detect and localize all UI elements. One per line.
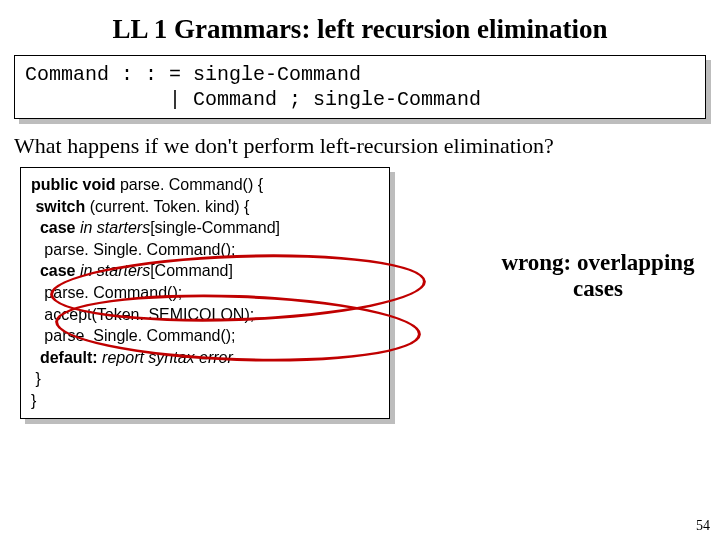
kw-case-2: case [31,262,75,279]
question-text: What happens if we don't perform left-re… [0,119,720,167]
code-l6: parse. Command(); [31,284,182,301]
code-box-inner: public void parse. Command() { switch (c… [20,167,390,419]
it-in-starters-2: in starters [75,262,150,279]
grammar-line-1: Command : : = single-Command [25,63,361,86]
kw-switch: switch [31,198,85,215]
page-title: LL 1 Grammars: left recursion eliminatio… [0,0,720,55]
grammar-box: Command : : = single-Command | Command ;… [14,55,706,119]
code-l3c: [single-Command] [150,219,280,236]
code-l5c: [Command] [150,262,233,279]
annotation: wrong: overlapping cases [488,250,708,302]
kw-default: default: [31,349,98,366]
annotation-line-1: wrong: overlapping [501,250,694,275]
it-in-starters-1: in starters [75,219,150,236]
code-l10: } [31,370,41,387]
code-l11: } [31,392,36,409]
code-l7: accept(Token. SEMICOLON); [31,306,254,323]
code-box: public void parse. Command() { switch (c… [20,167,390,419]
annotation-line-2: cases [573,276,623,301]
code-l4: parse. Single. Command(); [31,241,236,258]
code-text: public void parse. Command() { switch (c… [31,174,379,412]
kw-public-void: public void [31,176,115,193]
it-report: report syntax error [98,349,233,366]
code-l2b: (current. Token. kind) { [85,198,249,215]
code-l8: parse. Single. Command(); [31,327,236,344]
code-l1b: parse. Command() { [115,176,263,193]
grammar-line-2: | Command ; single-Command [25,88,481,111]
grammar-text: Command : : = single-Command | Command ;… [25,62,695,112]
page-number: 54 [696,518,710,534]
kw-case-1: case [31,219,75,236]
grammar-box-inner: Command : : = single-Command | Command ;… [14,55,706,119]
